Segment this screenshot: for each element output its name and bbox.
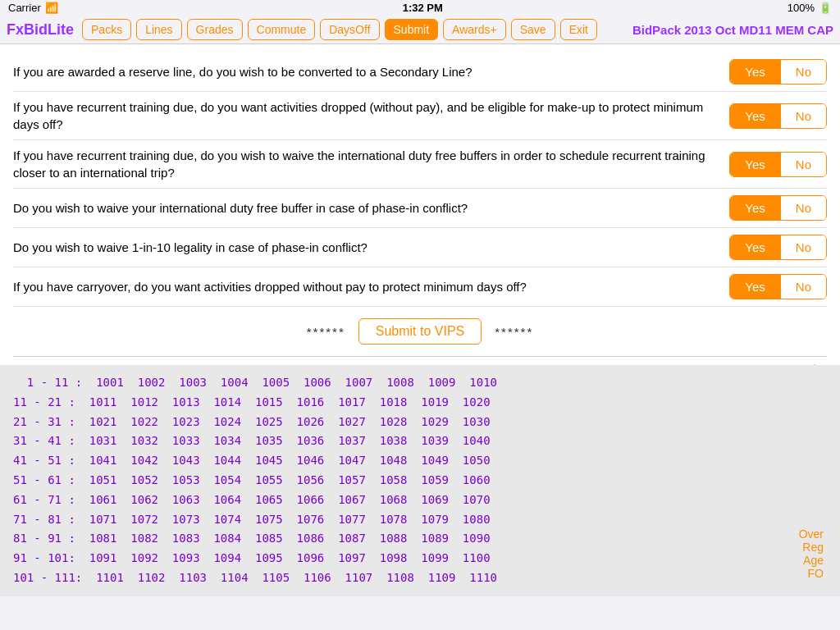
question-1-text: If you are awarded a reserve line, do yo… <box>13 63 729 80</box>
yes-no-group-4: Yes No <box>729 195 827 221</box>
question-row-4: Do you wish to waive your international … <box>13 189 827 228</box>
status-right: 100% 🔋 <box>788 2 832 14</box>
yes-button-4[interactable]: Yes <box>730 196 779 220</box>
question-4-text: Do you wish to waive your international … <box>13 199 729 217</box>
pack-line-7: 61 - 71 : 1061 1062 1063 1064 1065 1066 … <box>13 491 827 510</box>
carrier-label: Carrier <box>8 2 41 14</box>
status-bar: Carrier 📶 1:32 PM 100% 🔋 <box>0 0 840 16</box>
question-row-2: If you have recurrent training due, do y… <box>13 92 827 140</box>
yes-no-group-1: Yes No <box>729 59 827 84</box>
question-row-3: If you have recurrent training due, do y… <box>13 140 827 189</box>
pack-line-3: 21 - 31 : 1021 1022 1023 1024 1025 1026 … <box>13 413 827 432</box>
stars-left: ****** <box>307 325 345 339</box>
yes-button-2[interactable]: Yes <box>730 104 779 128</box>
pack-line-4: 31 - 41 : 1031 1032 1033 1034 1035 1036 … <box>13 431 827 451</box>
nav-bar: FxBidLite Packs Lines Grades Commute Day… <box>0 16 840 44</box>
yes-no-group-5: Yes No <box>729 235 827 260</box>
nav-daysoff[interactable]: DaysOff <box>320 19 379 40</box>
wifi-icon: 📶 <box>45 2 58 14</box>
yes-button-6[interactable]: Yes <box>730 275 779 299</box>
main-content: If you are awarded a reserve line, do yo… <box>0 44 840 365</box>
nav-grades[interactable]: Grades <box>187 19 243 40</box>
no-button-5[interactable]: No <box>781 235 826 259</box>
no-button-6[interactable]: No <box>781 275 826 299</box>
pack-lines-container: 1 - 11 : 1001 1002 1003 1004 1005 1006 1… <box>13 373 827 588</box>
question-row-6: If you have carryover, do you want activ… <box>13 267 827 307</box>
pack-line-6: 51 - 61 : 1051 1052 1053 1054 1055 1056 … <box>13 471 827 491</box>
submit-to-vips-button[interactable]: Submit to VIPS <box>358 318 482 345</box>
nav-exit[interactable]: Exit <box>560 19 597 40</box>
no-button-4[interactable]: No <box>781 196 826 220</box>
pack-line-8: 71 - 81 : 1071 1072 1073 1074 1075 1076 … <box>13 510 827 530</box>
pack-line-9: 81 - 91 : 1081 1082 1083 1084 1085 1086 … <box>13 529 827 549</box>
yes-no-group-3: Yes No <box>729 152 827 177</box>
pack-line-1: 1 - 11 : 1001 1002 1003 1004 1005 1006 1… <box>13 373 827 393</box>
page-title: BidPack 2013 Oct MD11 MEM CAP <box>632 23 833 37</box>
question-5-text: Do you wish to waive 1-in-10 legality in… <box>13 239 729 256</box>
yes-button-1[interactable]: Yes <box>730 60 779 84</box>
time-display: 1:32 PM <box>403 2 443 14</box>
submit-row: ****** Submit to VIPS ****** <box>13 307 827 357</box>
legend-fo: FO <box>799 567 824 580</box>
legend: Over Reg Age FO <box>799 527 824 580</box>
pack-line-2: 11 - 21 : 1011 1012 1013 1014 1015 1016 … <box>13 393 827 413</box>
pack-data-section: 1 - 11 : 1001 1002 1003 1004 1005 1006 1… <box>0 365 840 596</box>
yes-no-group-2: Yes No <box>729 103 827 129</box>
yes-no-group-6: Yes No <box>729 274 827 299</box>
no-button-1[interactable]: No <box>781 60 826 84</box>
question-6-text: If you have carryover, do you want activ… <box>13 278 729 295</box>
nav-submit[interactable]: Submit <box>385 19 439 40</box>
pack-line-10: 91 - 101: 1091 1092 1093 1094 1095 1096 … <box>13 549 827 568</box>
no-button-3[interactable]: No <box>781 153 826 176</box>
nav-save[interactable]: Save <box>511 19 555 40</box>
yes-button-5[interactable]: Yes <box>730 235 779 259</box>
nav-packs[interactable]: Packs <box>82 19 131 40</box>
question-2-text: If you have recurrent training due, do y… <box>13 98 729 133</box>
nav-commute[interactable]: Commute <box>248 19 316 40</box>
battery-label: 100% <box>788 2 815 14</box>
stars-right: ****** <box>495 325 533 339</box>
question-row-5: Do you wish to waive 1-in-10 legality in… <box>13 228 827 267</box>
legend-age: Age <box>799 554 824 567</box>
yes-button-3[interactable]: Yes <box>730 153 779 176</box>
legend-over: Over <box>799 527 824 541</box>
no-button-2[interactable]: No <box>781 104 826 128</box>
legend-reg: Reg <box>799 541 824 554</box>
question-row-1: If you are awarded a reserve line, do yo… <box>13 52 827 92</box>
app-title: FxBidLite <box>7 21 74 39</box>
nav-awards[interactable]: Awards+ <box>443 19 506 40</box>
nav-lines[interactable]: Lines <box>136 19 181 40</box>
status-left: Carrier 📶 <box>8 2 58 14</box>
question-3-text: If you have recurrent training due, do y… <box>13 147 729 181</box>
pack-line-5: 41 - 51 : 1041 1042 1043 1044 1045 1046 … <box>13 451 827 471</box>
pack-line-11: 101 - 111: 1101 1102 1103 1104 1105 1106… <box>13 568 827 588</box>
battery-icon: 🔋 <box>819 2 832 14</box>
submit-area: ****** Submit to VIPS ****** › <box>13 307 827 357</box>
